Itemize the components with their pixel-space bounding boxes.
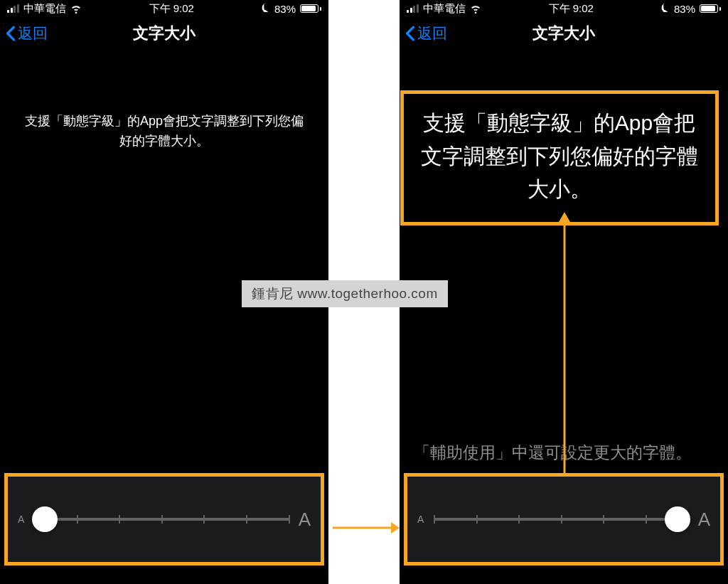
status-time: 下午 9:02 bbox=[549, 2, 594, 16]
text-size-slider-container: A A bbox=[404, 473, 724, 566]
status-right: ⏾ 83% bbox=[262, 3, 321, 15]
signal-icon bbox=[7, 4, 19, 13]
carrier-label: 中華電信 bbox=[423, 2, 466, 16]
wifi-icon bbox=[70, 4, 82, 14]
slider-max-label: A bbox=[698, 509, 710, 531]
text-size-slider[interactable]: A A bbox=[417, 509, 710, 531]
body-area: 支援「動態字級」的App會把文字調整到下列您偏好的字體大小。 bbox=[400, 51, 728, 225]
slider-min-label: A bbox=[18, 514, 24, 525]
back-button[interactable]: 返回 bbox=[405, 23, 447, 43]
carrier-label: 中華電信 bbox=[23, 2, 66, 16]
status-bar: 中華電信 下午 9:02 ⏾ 83% bbox=[0, 0, 328, 16]
text-size-slider-container: A A bbox=[4, 473, 324, 566]
slider-track[interactable] bbox=[34, 518, 288, 521]
status-time: 下午 9:02 bbox=[149, 2, 194, 16]
page-title: 文字大小 bbox=[532, 23, 595, 44]
wifi-icon bbox=[470, 4, 481, 14]
nav-bar: 返回 文字大小 bbox=[0, 16, 328, 51]
watermark: 鍾肯尼 www.togetherhoo.com bbox=[242, 280, 448, 307]
text-size-slider[interactable]: A A bbox=[18, 509, 311, 531]
lock-icon: ⏾ bbox=[661, 4, 670, 14]
page-title: 文字大小 bbox=[133, 23, 196, 44]
status-left: 中華電信 bbox=[407, 2, 481, 16]
battery-icon bbox=[700, 4, 721, 13]
back-label: 返回 bbox=[417, 23, 447, 43]
highlight-box: 支援「動態字級」的App會把文字調整到下列您偏好的字體大小。 bbox=[400, 90, 719, 225]
lock-icon: ⏾ bbox=[262, 4, 270, 14]
arrow-right-icon bbox=[331, 519, 400, 536]
back-label: 返回 bbox=[18, 23, 48, 43]
description-text-large: 支援「動態字級」的App會把文字調整到下列您偏好的字體大小。 bbox=[417, 107, 702, 206]
body-area: 支援「動態字級」的App會把文字調整到下列您偏好的字體大小。 bbox=[0, 51, 328, 152]
status-bar: 中華電信 下午 9:02 ⏾ 83% bbox=[400, 0, 728, 16]
status-right: ⏾ 83% bbox=[661, 3, 721, 15]
svg-marker-3 bbox=[559, 212, 570, 222]
chevron-left-icon bbox=[405, 26, 415, 41]
slider-max-label: A bbox=[299, 509, 311, 531]
slider-track[interactable] bbox=[434, 518, 687, 521]
battery-pct: 83% bbox=[274, 3, 296, 15]
nav-bar: 返回 文字大小 bbox=[400, 16, 728, 51]
battery-pct: 83% bbox=[674, 3, 695, 15]
slider-thumb[interactable] bbox=[32, 506, 58, 532]
description-text: 支援「動態字級」的App會把文字調整到下列您偏好的字體大小。 bbox=[14, 112, 314, 152]
slider-thumb[interactable] bbox=[665, 506, 690, 532]
battery-icon bbox=[300, 4, 321, 13]
arrow-up-icon bbox=[556, 212, 573, 475]
back-button[interactable]: 返回 bbox=[6, 23, 48, 43]
svg-marker-1 bbox=[391, 522, 400, 533]
chevron-left-icon bbox=[6, 26, 16, 41]
status-left: 中華電信 bbox=[7, 2, 82, 16]
signal-icon bbox=[407, 4, 419, 13]
slider-min-label: A bbox=[417, 514, 424, 525]
